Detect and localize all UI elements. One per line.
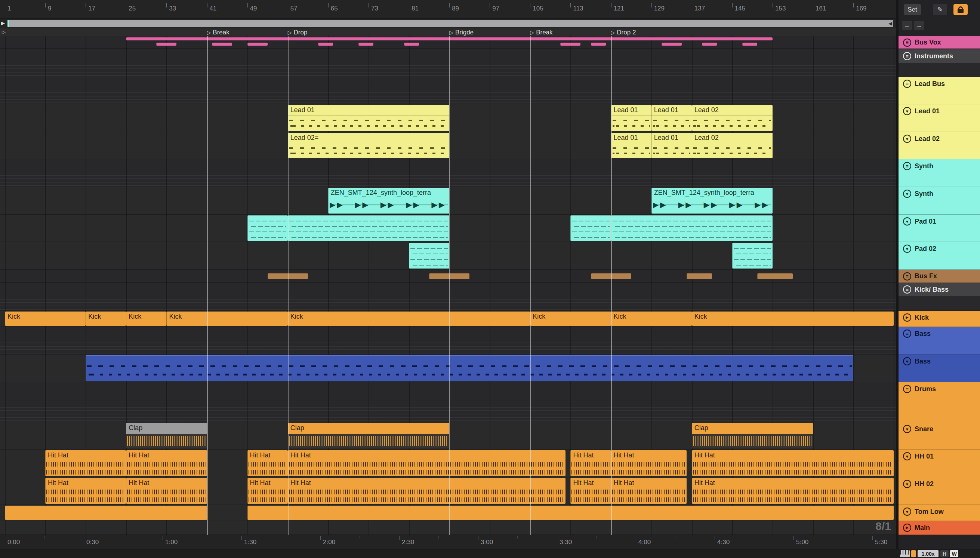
clip-midi[interactable]: Lead 01 — [651, 105, 692, 131]
track-header-pad-01[interactable]: ▾Pad 01 — [898, 215, 980, 242]
track-header-bass[interactable]: ▾Bass — [898, 354, 980, 382]
clip-hat[interactable]: Hit Hat — [692, 450, 894, 476]
scroll-left-icon[interactable]: ▶ — [1, 21, 5, 25]
track-header-lead-bus[interactable]: ≡Lead Bus — [898, 77, 980, 104]
clip-pad[interactable] — [732, 243, 772, 269]
clip-kick[interactable]: Kick — [5, 312, 85, 326]
chevron-down-icon[interactable]: ▾ — [903, 357, 911, 365]
track-header-hh-02[interactable]: ▾HH 02 — [898, 477, 980, 505]
clip-kick[interactable]: Kick — [288, 312, 530, 326]
arrangement-overview[interactable]: ▶ ◀ — [0, 19, 896, 28]
clip-tom[interactable] — [5, 505, 207, 520]
track-header-instruments[interactable]: ≡Instruments — [898, 49, 980, 77]
group-fold-icon[interactable]: ≡ — [903, 162, 911, 170]
clip-kick[interactable]: Kick — [126, 312, 166, 326]
clip-kick[interactable]: Kick — [611, 312, 692, 326]
clip-vox-bit[interactable] — [661, 43, 682, 46]
track-header-bus-fx[interactable]: ≡Bus Fx — [898, 270, 980, 283]
track-header-hh-01[interactable]: ▾HH 01 — [898, 450, 980, 477]
clip-fx[interactable] — [757, 273, 793, 279]
locator-drop[interactable]: ▷Drop — [288, 28, 308, 36]
clip-hat[interactable]: Hit Hat — [247, 478, 288, 504]
chevron-down-icon[interactable]: ▾ — [903, 480, 911, 488]
clip-vox-bit[interactable] — [404, 43, 419, 46]
clip-vox-bit[interactable] — [702, 43, 717, 46]
clip-hat[interactable]: Hit Hat — [570, 450, 611, 476]
clip-vox-bit[interactable] — [591, 43, 606, 46]
track-header-bass-group[interactable]: ≡Bass — [898, 327, 980, 354]
group-fold-icon[interactable]: ≡ — [903, 80, 911, 88]
chevron-down-icon[interactable]: ▾ — [903, 245, 911, 253]
midi-keyboard-icon[interactable] — [900, 550, 910, 557]
clip-pad[interactable] — [409, 243, 449, 269]
width-toggle-button[interactable]: W — [950, 550, 958, 557]
track-header-synth-group[interactable]: ≡Synth — [898, 159, 980, 187]
clip-grid[interactable]: 8/1 Lead 01Lead 01Lead 01Lead 02Lead 02=… — [0, 36, 896, 535]
clip-vox-bit[interactable] — [560, 43, 581, 46]
clip-vox-bit[interactable] — [212, 43, 232, 46]
group-fold-icon[interactable]: ≡ — [903, 286, 911, 294]
clip-bass[interactable] — [85, 355, 853, 381]
clip-kick[interactable]: Kick — [530, 312, 611, 326]
chevron-down-icon[interactable]: ▾ — [903, 135, 911, 143]
clip-hat[interactable]: Hit Hat — [45, 450, 126, 476]
scroll-right-icon[interactable]: ◀ — [888, 21, 892, 26]
clip-tom[interactable] — [247, 505, 894, 520]
lock-button[interactable] — [954, 4, 968, 15]
clip-kick[interactable]: Kick — [85, 312, 126, 326]
clip-kick[interactable]: Kick — [692, 312, 894, 326]
track-header-kick[interactable]: ▶Kick — [898, 311, 980, 327]
group-fold-icon[interactable]: ≡ — [903, 52, 911, 60]
draw-mode-button[interactable]: ✎ — [933, 4, 947, 15]
clip-clap[interactable]: Clap — [288, 423, 449, 448]
track-header-lead-01[interactable]: ▾Lead 01 — [898, 104, 980, 132]
clip-hat[interactable]: Hit Hat — [611, 478, 687, 504]
chevron-down-icon[interactable]: ▾ — [903, 217, 911, 225]
track-header-pad-02[interactable]: ▾Pad 02 — [898, 242, 980, 270]
track-header-main[interactable]: ▶Main — [898, 521, 980, 535]
prev-locator-button[interactable]: ← — [902, 21, 912, 30]
chevron-down-icon[interactable]: ▾ — [903, 425, 911, 433]
clip-synth[interactable]: ZEN_SMT_124_synth_loop_terra▶▶ ▶▶ ▶▶ ▶▶ … — [651, 188, 772, 213]
height-toggle-button[interactable]: H — [941, 550, 949, 557]
chevron-down-icon[interactable]: ▾ — [903, 507, 911, 516]
time-ruler[interactable]: 0:000:301:001:302:002:303:003:304:004:30… — [0, 535, 896, 549]
locator-break[interactable]: ▷Break — [207, 28, 229, 36]
locator-brigde[interactable]: ▷Brigde — [449, 28, 474, 36]
chevron-down-icon[interactable]: ▾ — [903, 107, 911, 115]
clip-midi[interactable]: Lead 02 — [692, 133, 772, 158]
clip-synth[interactable]: ZEN_SMT_124_synth_loop_terra▶▶ ▶▶ ▶▶ ▶▶ … — [328, 188, 449, 213]
clip-midi[interactable]: Lead 02= — [288, 133, 449, 158]
clip-pad[interactable] — [288, 215, 449, 241]
clip-hat[interactable]: Hit Hat — [570, 478, 611, 504]
clip-clap[interactable]: Clap — [126, 423, 207, 448]
overview-scrollbar[interactable]: ◀ — [8, 20, 893, 27]
clip-clap[interactable]: Clap — [692, 423, 813, 448]
clip-fx[interactable] — [687, 273, 712, 279]
clip-hat[interactable]: Hit Hat — [247, 450, 288, 476]
clip-midi[interactable]: Lead 01 — [288, 105, 449, 131]
clip-hat[interactable]: Hit Hat — [611, 450, 687, 476]
track-header-bus-vox[interactable]: ≡Bus Vox — [898, 36, 980, 49]
clip-hat[interactable]: Hit Hat — [288, 450, 566, 476]
track-header-drums[interactable]: ≡Drums — [898, 382, 980, 422]
chevron-down-icon[interactable]: ▾ — [903, 190, 911, 198]
zoom-level[interactable]: 1.00x — [918, 550, 939, 557]
locator-lane[interactable]: ▷ ▷Break▷Drop▷Brigde▷Break▷Drop 2 — [0, 28, 896, 36]
clip-kick[interactable]: Kick — [166, 312, 288, 326]
clip-pad[interactable] — [611, 215, 772, 241]
clip-vox-bit[interactable] — [318, 43, 334, 46]
next-locator-button[interactable]: → — [914, 21, 924, 30]
clip-midi[interactable]: Lead 02 — [692, 105, 772, 131]
clip-pad[interactable] — [570, 215, 611, 241]
group-fold-icon[interactable]: ≡ — [903, 39, 911, 47]
clip-vox-bit[interactable] — [247, 43, 268, 46]
track-header-tom-low[interactable]: ▾Tom Low — [898, 505, 980, 521]
track-header-lead-02[interactable]: ▾Lead 02 — [898, 132, 980, 159]
play-icon[interactable]: ▶ — [903, 524, 911, 532]
clip-vox-bit[interactable] — [156, 43, 177, 46]
locator-drop-2[interactable]: ▷Drop 2 — [611, 28, 636, 36]
clip-vox-bit[interactable] — [358, 43, 374, 46]
track-header-snare[interactable]: ▾Snare — [898, 422, 980, 450]
clip-hat[interactable]: Hit Hat — [45, 478, 126, 504]
